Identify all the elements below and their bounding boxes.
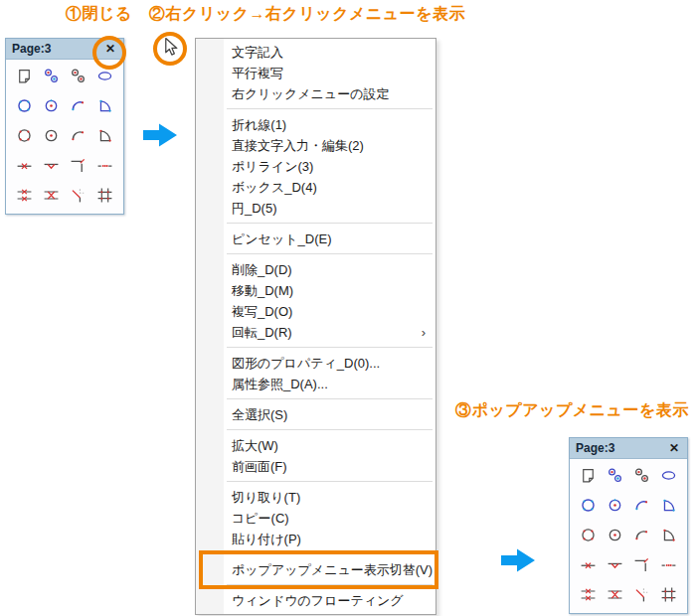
menu-item-label: 拡大(W) bbox=[232, 438, 278, 453]
new-page-icon[interactable] bbox=[16, 68, 33, 84]
menu-item[interactable]: 貼り付け(P) bbox=[196, 529, 435, 549]
menu-item-label: 貼り付け(P) bbox=[232, 532, 301, 546]
menu-item-label: ポップアップメニュー表示切替(V) bbox=[232, 562, 433, 577]
menu-item[interactable]: 図形のプロパティ_D(0)... bbox=[196, 353, 435, 374]
menu-item-label: 複写_D(O) bbox=[232, 304, 292, 319]
arc-dark-icon[interactable] bbox=[70, 127, 87, 144]
ellipse-icon[interactable] bbox=[96, 68, 113, 84]
menu-item-label: 回転_D(R) bbox=[232, 325, 292, 340]
menu-item-label: 全選択(S) bbox=[232, 407, 287, 422]
circle-nodes-blue-icon[interactable] bbox=[580, 497, 597, 514]
menu-item-label: ポリライン(3) bbox=[232, 159, 313, 174]
close-icon[interactable]: ✕ bbox=[667, 442, 681, 454]
lattice-line-icon[interactable] bbox=[96, 187, 113, 204]
menu-item[interactable]: ポリライン(3) bbox=[196, 156, 435, 177]
circle-center-blue-icon[interactable] bbox=[43, 97, 60, 114]
menu-item[interactable]: 拡大(W) bbox=[196, 435, 435, 456]
menu-item[interactable]: 複写_D(O) bbox=[196, 301, 435, 322]
menu-item[interactable]: 平行複写 bbox=[196, 63, 435, 83]
menu-separator bbox=[227, 253, 433, 254]
menu-item-label: 右クリックメニューの設定 bbox=[232, 86, 389, 101]
double-circle-dark-icon[interactable] bbox=[633, 467, 650, 484]
menu-item[interactable]: ポップアップメニュー表示切替(V) bbox=[196, 559, 435, 580]
double-circle-blue-icon[interactable] bbox=[607, 467, 623, 484]
circle-center-dark-icon[interactable] bbox=[607, 527, 623, 543]
menu-item[interactable]: 折れ線(1) bbox=[196, 114, 435, 135]
circle-nodes-dark-icon[interactable] bbox=[580, 527, 597, 543]
fan-blue-icon[interactable] bbox=[660, 497, 677, 514]
menu-item-label: 平行複写 bbox=[232, 66, 283, 80]
menu-item[interactable]: ボックス_D(4) bbox=[196, 177, 435, 198]
menu-separator bbox=[227, 481, 433, 482]
submenu-chevron-icon: › bbox=[422, 322, 426, 343]
menu-item[interactable]: 切り取り(T) bbox=[196, 487, 435, 508]
palette-icon-grid bbox=[570, 459, 687, 607]
menu-separator bbox=[227, 223, 433, 224]
menu-item-label: ボックス_D(4) bbox=[232, 180, 317, 195]
arc-dark-icon[interactable] bbox=[633, 527, 650, 543]
line-vertex-icon[interactable] bbox=[43, 157, 60, 174]
double-circle-blue-icon[interactable] bbox=[43, 68, 60, 84]
menu-item-label: コピー(C) bbox=[232, 511, 289, 526]
arc-blue-icon[interactable] bbox=[70, 97, 87, 114]
menu-separator bbox=[227, 347, 433, 348]
tool-palette-window-bottom: Page:3 ✕ bbox=[569, 437, 688, 614]
corner-line-icon[interactable] bbox=[70, 157, 87, 174]
line-vertex-icon[interactable] bbox=[607, 556, 623, 573]
menu-item[interactable]: 全選択(S) bbox=[196, 404, 435, 425]
menu-item[interactable]: 回転_D(R)› bbox=[196, 322, 435, 343]
fan-blue-icon[interactable] bbox=[96, 97, 113, 114]
menu-item-label: 前画面(F) bbox=[232, 459, 287, 474]
double-line-vertex-icon[interactable] bbox=[607, 586, 623, 603]
circle-nodes-blue-icon[interactable] bbox=[16, 97, 33, 114]
ellipse-icon[interactable] bbox=[660, 467, 677, 484]
circle-nodes-dark-icon[interactable] bbox=[16, 127, 33, 144]
menu-item-label: 折れ線(1) bbox=[232, 117, 286, 132]
circle-center-blue-icon[interactable] bbox=[607, 497, 623, 514]
menu-item[interactable]: ウィンドウのフローティング bbox=[196, 590, 435, 611]
chamfer-line-icon[interactable] bbox=[70, 187, 87, 204]
menu-item-label: 削除_D(D) bbox=[232, 262, 292, 277]
menu-item-label: ピンセット_D(E) bbox=[232, 231, 331, 246]
menu-item[interactable]: 円_D(5) bbox=[196, 198, 435, 219]
menu-item[interactable]: 文字記入 bbox=[196, 42, 435, 63]
menu-item[interactable]: 削除_D(D) bbox=[196, 259, 435, 280]
menu-item-label: 文字記入 bbox=[232, 45, 283, 60]
menu-item[interactable]: コピー(C) bbox=[196, 508, 435, 529]
menu-item-label: 円_D(5) bbox=[232, 201, 277, 216]
menu-item[interactable]: 右クリックメニューの設定 bbox=[196, 83, 435, 104]
menu-item-list: 文字記入平行複写右クリックメニューの設定折れ線(1)直接文字入力・編集(2)ポリ… bbox=[196, 39, 435, 614]
fan-dark-icon[interactable] bbox=[96, 127, 113, 144]
menu-item[interactable]: 移動_D(M) bbox=[196, 280, 435, 301]
double-line-break-icon[interactable] bbox=[16, 187, 33, 204]
context-menu: 文字記入平行複写右クリックメニューの設定折れ線(1)直接文字入力・編集(2)ポリ… bbox=[195, 38, 436, 615]
menu-item[interactable]: ピンセット_D(E) bbox=[196, 229, 435, 249]
annotation-step2: ②右クリック→右クリックメニューを表示 bbox=[149, 4, 465, 25]
lattice-line-icon[interactable] bbox=[660, 586, 677, 603]
tutorial-page: ①閉じる ②右クリック→右クリックメニューを表示 ③ポップアップメニューを表示 … bbox=[0, 0, 696, 616]
dotted-line-icon[interactable] bbox=[660, 556, 677, 573]
menu-item-label: 図形のプロパティ_D(0)... bbox=[232, 356, 380, 371]
menu-item[interactable]: 属性参照_D(A)... bbox=[196, 374, 435, 394]
palette-title: Page:3 bbox=[576, 441, 667, 455]
double-line-break-icon[interactable] bbox=[580, 586, 597, 603]
line-break-icon[interactable] bbox=[580, 556, 597, 573]
new-page-icon[interactable] bbox=[580, 467, 597, 484]
menu-item[interactable]: 前画面(F) bbox=[196, 456, 435, 477]
double-line-vertex-icon[interactable] bbox=[43, 187, 60, 204]
dotted-line-icon[interactable] bbox=[96, 157, 113, 174]
double-circle-dark-icon[interactable] bbox=[70, 68, 87, 84]
corner-line-icon[interactable] bbox=[633, 556, 650, 573]
circle-center-dark-icon[interactable] bbox=[43, 127, 60, 144]
menu-separator bbox=[227, 553, 433, 554]
line-break-icon[interactable] bbox=[16, 157, 33, 174]
arc-blue-icon[interactable] bbox=[633, 497, 650, 514]
palette-titlebar[interactable]: Page:3 ✕ bbox=[570, 438, 687, 459]
chamfer-line-icon[interactable] bbox=[633, 586, 650, 603]
fan-dark-icon[interactable] bbox=[660, 527, 677, 543]
menu-item-label: 移動_D(M) bbox=[232, 283, 293, 298]
mouse-cursor-icon bbox=[161, 37, 180, 62]
menu-item[interactable]: 直接文字入力・編集(2) bbox=[196, 135, 435, 156]
menu-item-label: 属性参照_D(A)... bbox=[232, 377, 328, 391]
annotation-step1: ①閉じる bbox=[66, 4, 132, 25]
